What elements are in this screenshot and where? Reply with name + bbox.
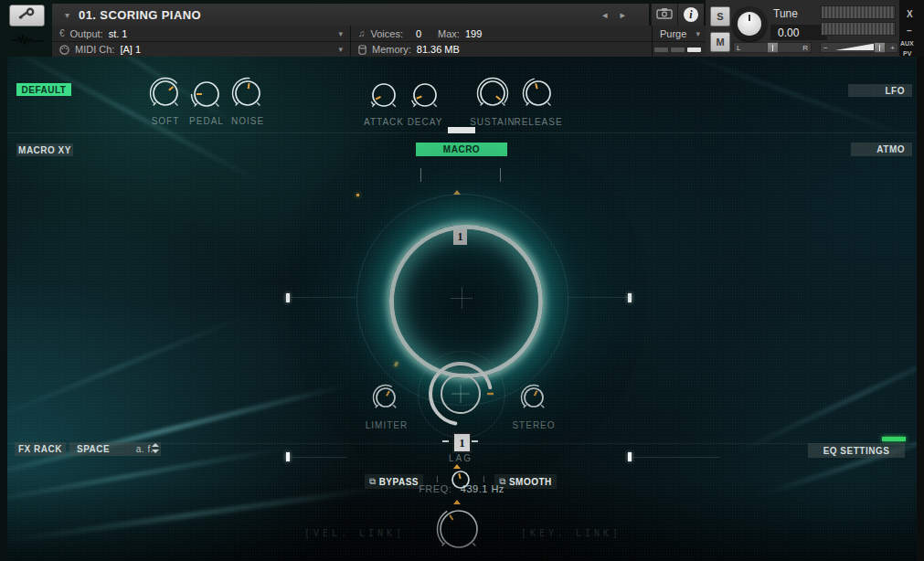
instrument-panel: DEFAULT SOFT PEDAL NOISE ATTACK DECAY SU… — [7, 57, 917, 561]
xy-top-tick — [420, 168, 421, 182]
volume-wedge — [835, 43, 877, 50]
stereo-knob-label: STEREO — [493, 420, 575, 430]
midi-channel-selector[interactable]: MIDI Ch: [A] 1 ▾ — [52, 42, 350, 58]
space-selector[interactable]: SPACE a. f. — [69, 442, 161, 456]
xy-left-tick — [286, 293, 290, 302]
bottom-left-tick — [286, 452, 290, 461]
collapse-caret-icon[interactable]: ▾ — [65, 10, 69, 20]
minimize-icon[interactable]: – — [907, 26, 912, 36]
camera-icon — [656, 6, 673, 23]
midi-dropdown-icon[interactable]: ▾ — [338, 45, 343, 54]
memory-readout: Memory: 81.36 MB — [351, 42, 652, 58]
instrument-title: 01. SCORING PIANO — [79, 8, 201, 22]
pedal-knob[interactable] — [187, 75, 226, 117]
level-meter-right — [821, 22, 896, 36]
close-icon[interactable]: X — [907, 9, 913, 19]
step-down-icon[interactable] — [152, 450, 159, 453]
lag-dash — [442, 440, 449, 442]
eq-active-led — [882, 437, 906, 441]
bottom-right-tick — [628, 452, 632, 461]
output-dropdown-icon[interactable]: ▾ — [338, 29, 343, 38]
info-icon: i — [684, 7, 698, 22]
solo-button[interactable]: S — [710, 6, 730, 26]
macro-tab-button[interactable]: MACRO — [416, 143, 507, 156]
kontakt-window: ▾ 01. SCORING PIANO ◂▸ i € Output: st. 1… — [0, 0, 924, 561]
output-value: st. 1 — [109, 28, 128, 39]
pan-handle[interactable] — [767, 42, 779, 53]
sustain-knob[interactable] — [473, 74, 512, 116]
pv-button[interactable]: PV — [903, 50, 911, 57]
purge-bar — [671, 48, 685, 52]
macro-ring-value-tag: 1 — [453, 229, 467, 245]
snapshot-camera-button[interactable] — [651, 4, 677, 26]
tune-knob[interactable] — [732, 6, 767, 41]
tune-label: Tune — [773, 7, 798, 20]
space-stepper[interactable] — [152, 443, 159, 453]
limiter-knob[interactable] — [369, 381, 402, 418]
stereo-knob[interactable] — [517, 381, 550, 418]
limiter-knob-label: LIMITER — [345, 420, 428, 430]
fx-rack-tab-button[interactable]: FX RACK — [15, 442, 66, 456]
noise-knob[interactable] — [228, 74, 267, 116]
memory-value: 81.36 MB — [417, 44, 460, 55]
bottom-left-line — [292, 457, 346, 458]
attack-knob[interactable] — [366, 77, 402, 117]
eq-settings-tab-button[interactable]: EQ SETTINGS — [808, 443, 905, 458]
vel-link-label[interactable]: [VEL. LINK] — [268, 528, 441, 538]
decay-knob[interactable] — [407, 77, 443, 117]
macro-xy-tab-button[interactable]: MACRO XY — [16, 143, 73, 156]
rack-right-edge — [917, 57, 924, 561]
macro-tab-indicator — [448, 127, 475, 133]
purge-bar — [687, 48, 701, 52]
lag-knob-tick — [437, 476, 438, 482]
spark — [356, 194, 359, 196]
level-meter-left — [821, 5, 896, 19]
purge-status-bars — [653, 42, 706, 57]
purge-menu[interactable]: Purge ▾ — [653, 26, 706, 42]
soft-knob[interactable] — [146, 74, 185, 116]
release-knob-label: RELEASE — [497, 117, 579, 127]
edit-instrument-button[interactable] — [9, 5, 45, 26]
preset-default-button[interactable]: DEFAULT — [16, 83, 71, 96]
space-label: SPACE — [77, 444, 110, 454]
waveform-icon[interactable] — [7, 27, 48, 51]
next-instrument-icon[interactable]: ▸ — [620, 9, 638, 20]
pan-slider[interactable]: L R — [733, 42, 812, 53]
volume-handle[interactable] — [874, 42, 886, 53]
rack-left-edge — [0, 57, 7, 561]
xy-top-tick — [500, 168, 501, 182]
freq-readout: FREQ: 439.1 Hz — [361, 483, 562, 494]
macro-knob[interactable] — [422, 355, 499, 436]
max-label: Max: — [438, 28, 460, 39]
output-selector[interactable]: € Output: st. 1 ▾ — [52, 26, 350, 42]
output-icon: € — [59, 28, 65, 38]
bottom-right-line — [633, 457, 720, 458]
instrument-titlebar[interactable]: ▾ 01. SCORING PIANO ◂▸ — [52, 4, 649, 26]
purge-label: Purge — [660, 28, 686, 39]
voices-label: Voices: — [371, 28, 403, 39]
purge-bar — [654, 48, 668, 52]
instrument-nav-arrows[interactable]: ◂▸ — [602, 9, 638, 21]
prev-instrument-icon[interactable]: ◂ — [602, 9, 621, 20]
volume-slider[interactable]: − + — [820, 42, 898, 53]
pan-right-label: R — [802, 44, 808, 52]
key-link-label[interactable]: [KEY. LINK] — [484, 528, 658, 538]
aux-button[interactable]: AUX — [900, 40, 914, 47]
xy-right-line — [567, 297, 628, 298]
release-knob[interactable] — [519, 74, 558, 116]
info-button[interactable]: i — [677, 4, 704, 26]
lag-knob-tick — [483, 476, 484, 482]
freq-value: 439.1 Hz — [461, 483, 504, 494]
mute-button[interactable]: M — [710, 32, 730, 52]
midi-value: [A] 1 — [120, 44, 141, 55]
lag-dash — [472, 440, 478, 442]
voices-value: 0 — [416, 28, 421, 39]
tune-knob-cap — [738, 12, 761, 36]
volume-plus-label: + — [890, 44, 895, 52]
max-value: 199 — [465, 28, 482, 39]
lfo-tab-button[interactable]: LFO — [848, 84, 912, 97]
purge-dropdown-icon[interactable]: ▾ — [696, 29, 700, 38]
atmo-tab-button[interactable]: ATMO — [851, 143, 912, 156]
step-up-icon[interactable] — [152, 443, 159, 447]
xy-right-tick — [628, 293, 632, 302]
